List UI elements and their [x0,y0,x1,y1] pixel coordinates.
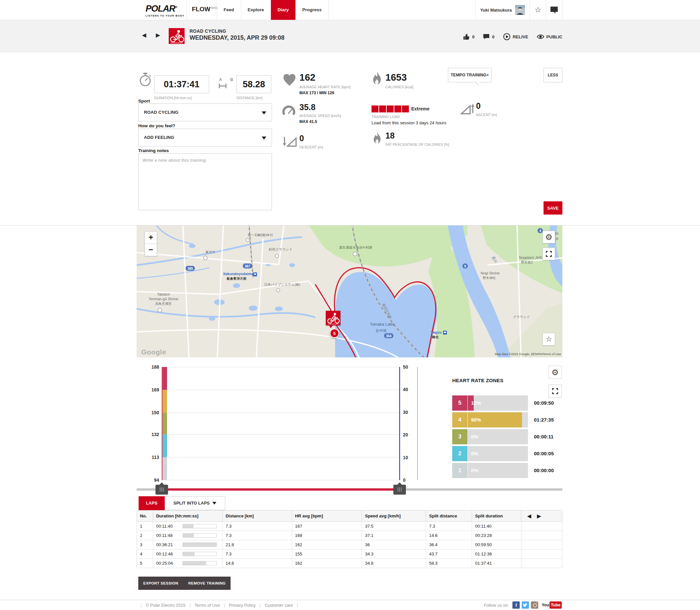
chevron-down-icon [262,111,266,114]
lap-duration-bar [183,543,217,547]
lap-row-4[interactable]: 400:12:467.315534.343.701:12:36 [137,549,562,559]
nav-tab-diary[interactable]: Diary [271,0,296,20]
map-fullscreen-button[interactable] [543,247,555,260]
previous-session-button[interactable]: ◀ [142,32,146,39]
tempo-training-tooltip-button[interactable]: TEMPO TRAINING+ [448,68,492,82]
zone-number: 5 [452,396,467,411]
map-zoom-out-button[interactable]: − [144,244,157,256]
feeling-dropdown-value: ADD FEELING [144,135,174,140]
distance-label: DISTANCE [km] [236,96,263,100]
map-attribution: Map data ©2015 Google, ZENRIN [495,352,543,356]
map-label: Nogi Shrine [481,271,499,275]
map-settings-button[interactable]: ⚙ [543,231,555,243]
next-session-button[interactable]: ▶ [156,32,160,39]
nav-tab-feed[interactable]: Feed [217,0,241,20]
chevron-down-icon [262,137,266,140]
less-button[interactable]: LESS [544,68,562,82]
calories-value: 1653 [385,73,407,82]
slider-handle-right[interactable] [393,485,406,495]
comments-icon[interactable] [483,34,489,40]
session-actions: EXPORT SESSION REMOVE TRAINING [137,572,562,600]
messages-button[interactable] [546,0,562,20]
lap-marker-5[interactable]: 5 [330,328,339,338]
save-button[interactable]: SAVE [544,202,562,214]
footer-link[interactable]: Privacy Policy [229,603,256,608]
laps-prev-page-button[interactable]: ◀ [524,513,534,519]
footer-separator: | [137,603,145,608]
laps-column-header: HR avg [bpm] [292,511,362,522]
zone-bar: 90% [468,412,528,428]
lap-speed-avg: 34.8 [362,559,426,568]
nav-user-area: Yuki Matsukura ☆ [476,0,562,20]
visibility-eye-icon[interactable] [537,34,544,40]
chart-zone-strip [162,434,167,457]
map-terms-link[interactable]: Terms of Use [543,352,561,356]
lap-row-1[interactable]: 100:11:407.316737.57.300:11:40 [137,522,562,531]
map-zoom-in-button[interactable]: + [144,231,157,244]
lap-split-duration: 01:12:36 [472,549,522,559]
lap-row-3[interactable]: 300:36:2121.81623636.400:59:50 [137,540,562,549]
likes-count: 0 [472,34,475,39]
ascent-icon [460,103,476,115]
footer-link[interactable]: Customer care [265,603,293,608]
laps-next-page-button[interactable]: ▶ [534,513,544,519]
youtube-icon[interactable]: YouTube [542,601,562,609]
svg-text:4: 4 [539,229,541,233]
visibility-label[interactable]: PUBLIC [546,34,562,39]
lap-speed-avg: 34.3 [362,549,426,559]
zone-percent: 0% [471,446,478,461]
instagram-icon[interactable] [531,601,538,609]
export-session-button[interactable]: EXPORT SESSION [138,577,183,590]
lap-duration: 00:11:48 [153,531,222,540]
training-notes-input[interactable] [138,154,272,210]
hr-zone-row-1: 10%00:00:00 [452,463,562,478]
chart-zone-strip [162,413,167,434]
remove-training-button[interactable]: REMOVE TRAINING [183,577,231,590]
map-favorite-button[interactable]: ☆ [543,333,555,346]
chart-settings-button[interactable]: ⚙ [548,366,562,379]
sport-dropdown[interactable]: ROAD CYCLING [138,103,272,121]
user-name[interactable]: Yuki Matsukura [476,7,515,13]
hr-axis-tick: 169 [152,387,159,392]
nav-tab-progress[interactable]: Progress [296,0,329,20]
lap-distance: 7.3 [222,549,292,559]
tab-laps[interactable]: LAPS [139,496,165,510]
svg-text:B: B [230,77,233,82]
polar-logo[interactable]: POLAR® LISTENS TO YOUR BODY [145,3,184,17]
hr-zone-row-4: 490%01:27:35 [452,412,562,428]
footer-separator: | [293,603,302,608]
tab-split-into-laps[interactable]: SPLIT INTO LAPS [165,496,225,510]
relive-play-icon[interactable] [503,33,511,40]
lap-row-2[interactable]: 200:11:487.316837.114.600:23:28 [137,531,562,540]
slider-handle-left[interactable] [155,485,168,495]
lap-row-5[interactable]: 500:25:0414.616234.858.301:37:41 [137,559,562,568]
lap-distance: 14.6 [222,559,292,568]
nav-tab-explore[interactable]: Explore [241,0,271,20]
thumbs-up-icon[interactable] [463,33,470,40]
fat-percentage-value: 18 [385,131,395,140]
expand-icon [545,251,552,257]
map-label: 第一石鹸(株)本社 [248,233,273,237]
feeling-dropdown[interactable]: ADD FEELING [138,129,272,146]
favorites-button[interactable]: ☆ [530,0,546,20]
feeling-label: How do you feel? [138,123,175,128]
avatar[interactable] [515,5,525,15]
zone-percent: 10% [471,396,481,411]
session-position-marker[interactable] [326,311,340,325]
route-map[interactable]: 36536735494 第一石鹸(株)本社東洋大Itakuratoyodaima… [137,225,562,357]
lap-split-distance: 14.6 [426,531,472,540]
twitter-icon[interactable] [522,601,529,609]
google-logo: Google [141,348,166,356]
road-shield-354: 354 [384,333,393,338]
relive-label[interactable]: RELIVE [513,34,528,39]
footer-link[interactable]: Terms of Use [195,603,220,608]
zone-duration: 00:00:05 [534,446,554,461]
time-range-slider-selection [162,488,400,491]
training-load-blocks [372,106,409,112]
activity-header: ◀ ▶ ROAD CYCLING WEDNESDAY, 2015, APR 29… [0,20,700,52]
training-load-label: TRAINING LOAD [372,115,400,119]
laps-column-header: Split duration [472,511,522,522]
facebook-icon[interactable]: f [512,601,520,609]
route-map-section: 36536735494 第一石鹸(株)本社東洋大Itakuratoyodaima… [0,225,700,357]
lap-split-distance: 7.3 [426,522,472,531]
